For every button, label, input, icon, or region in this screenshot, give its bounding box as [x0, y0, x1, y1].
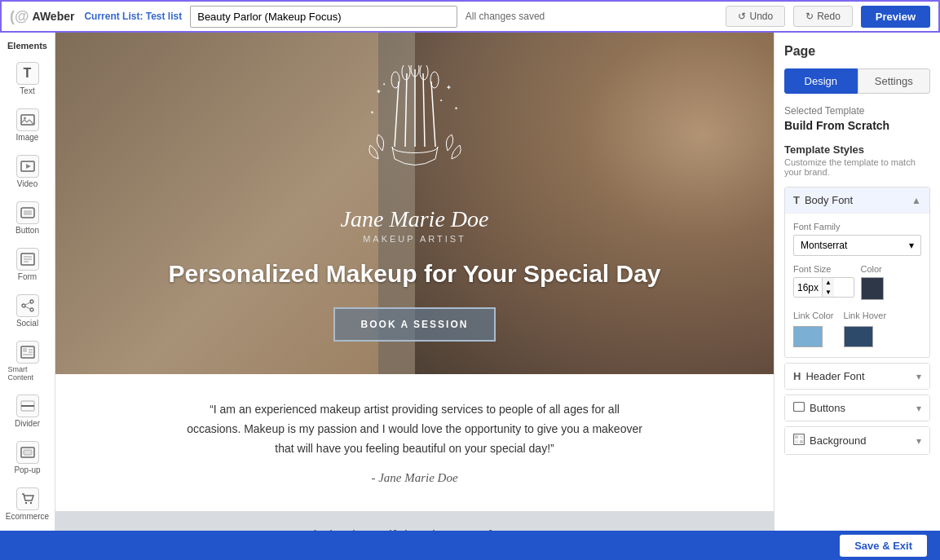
panel-tabs: Design Settings — [784, 68, 930, 94]
svg-point-25 — [29, 502, 31, 504]
accordion-header-font-header[interactable]: H Header Font ▾ — [785, 364, 929, 389]
sidebar-label-video: Video — [17, 179, 38, 188]
hero-content: ✦ ✦ ✦ ✦ ✦ ✦ Jane Marie Doe MAKEUP ARTIST… — [72, 65, 757, 342]
panel-title: Page — [784, 44, 930, 59]
ecommerce-icon — [16, 487, 39, 510]
font-size-stepper: ▲ ▼ — [822, 278, 834, 297]
tab-design[interactable]: Design — [784, 68, 858, 94]
accordion-background-header[interactable]: Background ▾ — [785, 427, 929, 454]
redo-label: Redo — [817, 11, 841, 22]
link-hover-swatch[interactable] — [844, 326, 873, 347]
accordion-background: Background ▾ — [784, 426, 930, 455]
svg-line-14 — [25, 306, 30, 309]
hero-headline: Personalized Makeup for Your Special Day — [72, 260, 757, 288]
sidebar-item-ecommerce[interactable]: Ecommerce — [5, 483, 51, 526]
sidebar-item-popup[interactable]: Pop-up — [5, 436, 51, 479]
sidebar-label-button: Button — [15, 226, 39, 235]
save-exit-button[interactable]: Save & Exit — [840, 535, 927, 557]
social-icon — [16, 294, 39, 317]
body-quote: “I am an experienced makeup artist provi… — [187, 400, 643, 458]
undo-icon: ↺ — [738, 11, 746, 22]
svg-line-27 — [405, 73, 407, 147]
hero-cta-button[interactable]: BOOK A SESSION — [333, 307, 496, 342]
svg-point-24 — [24, 502, 26, 504]
hero-artist-name: Jane Marie Doe — [72, 206, 757, 232]
hero-section[interactable]: ✦ ✦ ✦ ✦ ✦ ✦ Jane Marie Doe MAKEUP ARTIST… — [55, 33, 774, 374]
redo-button[interactable]: ↻ Redo — [793, 6, 853, 27]
font-size-color-row: Font Size ▲ ▼ Color — [793, 264, 921, 311]
elements-title: Elements — [7, 41, 47, 51]
buttons-label: Buttons — [810, 402, 845, 414]
background-icon — [793, 434, 805, 448]
button-icon — [16, 201, 39, 224]
footer-section: I give beautiful makeovers for... — [55, 511, 774, 531]
color-label: Color — [861, 264, 922, 274]
svg-rect-23 — [24, 450, 32, 455]
redo-icon: ↻ — [805, 11, 814, 22]
sidebar-item-smart-content[interactable]: Smart Content — [5, 336, 51, 386]
link-color-label: Link Color — [793, 311, 834, 320]
logo-at: (@ — [10, 8, 29, 25]
popup-icon — [16, 441, 39, 464]
font-size-label: Font Size — [793, 264, 854, 274]
svg-point-11 — [30, 300, 33, 303]
accordion-buttons-header[interactable]: Buttons ▾ — [785, 395, 929, 421]
hero-logo-svg: ✦ ✦ ✦ ✦ ✦ ✦ — [358, 65, 472, 196]
selected-template-label: Selected Template — [784, 105, 930, 117]
buttons-icon — [793, 402, 805, 414]
text-icon: T — [16, 62, 39, 85]
accordion-buttons: Buttons ▾ — [784, 395, 930, 421]
body-section: “I am an experienced makeup artist provi… — [55, 374, 774, 511]
sidebar-label-smart-content: Smart Content — [8, 365, 47, 381]
sidebar-item-video[interactable]: Video — [5, 150, 51, 193]
svg-text:✦: ✦ — [376, 88, 382, 95]
link-color-row: Link Color Link Hover — [793, 311, 921, 347]
font-size-increment-button[interactable]: ▲ — [823, 278, 834, 288]
hero-artist-subtitle: MAKEUP ARTIST — [72, 234, 757, 244]
sidebar-item-text[interactable]: T Text — [5, 57, 51, 100]
sidebar-item-divider[interactable]: Divider — [5, 390, 51, 433]
font-size-decrement-button[interactable]: ▼ — [823, 288, 834, 298]
svg-point-31 — [391, 72, 399, 88]
hero-logo: ✦ ✦ ✦ ✦ ✦ ✦ — [72, 65, 757, 198]
background-chevron-icon: ▾ — [916, 435, 921, 447]
body-font-label: Body Font — [805, 194, 853, 206]
sidebar-item-social[interactable]: Social — [5, 289, 51, 333]
font-family-select[interactable]: Montserrat ▾ — [793, 235, 921, 256]
body-font-icon: T — [793, 194, 800, 206]
svg-rect-42 — [794, 403, 805, 412]
preview-button[interactable]: Preview — [861, 6, 930, 28]
preview-label: Preview — [876, 11, 916, 23]
sidebar-item-image[interactable]: Image — [5, 104, 51, 147]
link-color-swatch[interactable] — [793, 326, 823, 347]
sidebar-label-popup: Pop-up — [14, 465, 40, 474]
header-font-label: Header Font — [805, 370, 864, 382]
accordion-body-font: T Body Font ▲ Font Family Montserrat ▾ — [784, 187, 930, 358]
email-canvas[interactable]: ✦ ✦ ✦ ✦ ✦ ✦ Jane Marie Doe MAKEUP ARTIST… — [55, 33, 774, 531]
svg-rect-16 — [23, 348, 27, 352]
page-title-input[interactable] — [190, 6, 457, 28]
svg-point-35 — [430, 72, 439, 88]
svg-line-26 — [395, 82, 399, 147]
undo-button[interactable]: ↺ Undo — [726, 6, 785, 27]
svg-marker-3 — [26, 164, 31, 169]
svg-rect-5 — [24, 210, 32, 215]
sidebar-item-button[interactable]: Button — [5, 196, 51, 240]
svg-line-30 — [431, 82, 435, 147]
link-hover-field: Link Hover — [844, 311, 887, 347]
sidebar-label-divider: Divider — [15, 419, 40, 428]
font-family-field: Font Family Montserrat ▾ — [793, 222, 921, 256]
color-field: Color — [861, 264, 922, 302]
accordion-body-font-header[interactable]: T Body Font ▲ — [785, 187, 929, 213]
smart-content-icon — [16, 341, 39, 364]
font-size-input[interactable] — [794, 279, 822, 297]
tab-settings[interactable]: Settings — [858, 68, 931, 94]
color-swatch[interactable] — [861, 277, 884, 300]
sidebar-label-image: Image — [16, 133, 39, 142]
sidebar-label-ecommerce: Ecommerce — [6, 512, 49, 521]
divider-icon — [16, 395, 39, 417]
svg-rect-47 — [800, 440, 803, 443]
main-layout: Elements T Text Image Video Button — [0, 33, 940, 531]
sidebar-item-form[interactable]: Form — [5, 243, 51, 286]
body-font-chevron-icon: ▲ — [911, 195, 921, 206]
